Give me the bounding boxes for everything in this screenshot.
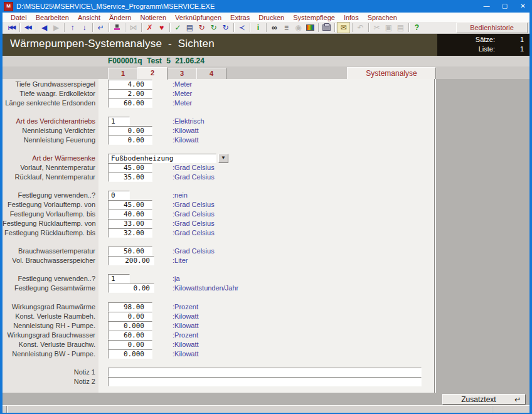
client-area: DateiBearbeitenAnsichtÄndernNotierenVerk…	[3, 13, 529, 411]
delete-icon: ✗	[146, 23, 152, 33]
enter-icon: ↵	[97, 23, 104, 33]
field-rücklauf-nenntemperatur[interactable]: 35.00	[108, 172, 152, 182]
field-notiz-2[interactable]	[108, 377, 422, 386]
toolbar-separator	[233, 23, 234, 32]
field-nennleistung-rh-pumpe[interactable]: 0.000	[108, 321, 152, 331]
menu-notieren[interactable]: Notieren	[136, 14, 171, 21]
info-icon[interactable]: i	[252, 23, 264, 33]
minimize-icon[interactable]: —	[477, 0, 496, 13]
toolbar-separator	[125, 23, 125, 32]
tab-2[interactable]: 2	[137, 67, 168, 80]
search-binoculars-icon[interactable]: ∞	[269, 23, 280, 33]
field-nennleistung-feuerung[interactable]: 0.00	[108, 135, 152, 145]
field-wirkungsgrad-brauchwasser[interactable]: 60.00	[108, 331, 152, 340]
menu-datei[interactable]: Datei	[6, 14, 31, 21]
unit-label: :Meter	[173, 89, 192, 98]
label-nennleistung-bw-pumpe: Nennleistung BW - Pumpe.	[3, 349, 95, 359]
zusatztext-button[interactable]: Zusatztext ↵	[442, 394, 526, 405]
field-notiz-1[interactable]	[108, 368, 422, 377]
menu-systempflege[interactable]: Systempflege	[289, 14, 339, 21]
menu-bearbeiten[interactable]: Bearbeiten	[31, 14, 73, 21]
help-icon[interactable]: ?	[411, 23, 423, 33]
cut-icon[interactable]: ✂	[371, 23, 383, 33]
app-window: M D:\MSEU25\MSERVICE\_MService_Programm\…	[0, 0, 532, 414]
copy-icon[interactable]: ▣	[383, 23, 395, 33]
stamp-icon[interactable]	[111, 23, 123, 33]
confirm-icon[interactable]: ✓	[172, 23, 184, 33]
paste-icon[interactable]: ▤	[395, 23, 407, 33]
menu-ändern[interactable]: Ändern	[105, 14, 136, 21]
field-konst-verluste-brauchw[interactable]: 0.00	[108, 340, 152, 349]
menu-ansicht[interactable]: Ansicht	[73, 14, 105, 21]
field-vorlauf-nenntemperatur[interactable]: 45.00	[108, 163, 152, 172]
menu-drucken[interactable]: Drucken	[254, 14, 289, 21]
form-icon[interactable]: ▤	[184, 23, 196, 33]
field-art-der-wärmesenke[interactable]: Fußbodenheizung	[108, 154, 216, 163]
form-row: Vol. Brauchwasserspeicher200.00:Liter	[3, 256, 442, 265]
field-festlegung-gesamtwärme[interactable]: 0.00	[108, 284, 154, 293]
prev-group-icon[interactable]: ◀◀	[22, 23, 34, 33]
maximize-icon[interactable]: ▢	[496, 0, 514, 13]
eye-icon[interactable]: ◉	[292, 23, 304, 33]
unit-label: :Grad Celsius	[173, 210, 215, 219]
field-festlegung-verwenden[interactable]: 0	[108, 191, 130, 200]
printer-icon[interactable]	[321, 23, 332, 33]
label-tiefe-grundwasserspiegel: Tiefe Grundwasserspiegel	[3, 80, 95, 89]
bedienhistorie-button[interactable]: Bedienhistorie	[456, 23, 528, 33]
refresh-blue-icon[interactable]: ↻	[220, 23, 231, 33]
status-cell-main	[7, 406, 492, 413]
up-icon[interactable]: ↑	[66, 23, 78, 33]
field-brauchwassertemperatur[interactable]: 50.00	[108, 247, 152, 256]
first-record-icon[interactable]: |◀◀	[6, 23, 18, 33]
menu-infos[interactable]: Infos	[339, 14, 363, 21]
unit-label: :Grad Celsius	[173, 247, 215, 256]
chevron-down-icon[interactable]: ▼	[218, 154, 228, 163]
favorite-icon[interactable]: ♥	[156, 23, 168, 33]
screen-header: Wärmepumpen-Systemanalyse - Sichten Sätz…	[3, 34, 529, 56]
list-icon[interactable]: ≡	[280, 23, 292, 33]
prev-record-icon[interactable]: ◀	[38, 23, 50, 33]
field-festlegung-rücklauftemp-von[interactable]: 33.00	[108, 219, 152, 228]
next-record-icon[interactable]: ▶	[50, 23, 62, 33]
tab-3[interactable]: 3	[167, 68, 197, 79]
refresh-green-icon[interactable]: ↻	[208, 23, 220, 33]
mail-icon[interactable]: ✉	[337, 22, 350, 33]
field-nennleistung-bw-pumpe[interactable]: 0.000	[108, 349, 152, 359]
field-tiefe-waagr-erdkollektor[interactable]: 2.00	[108, 89, 152, 98]
field-tiefe-grundwasserspiegel[interactable]: 4.00	[108, 80, 152, 89]
unit-label: :Kilowatt	[173, 126, 199, 135]
label-tiefe-waagr-erdkollektor: Tiefe waagr. Erdkollektor	[3, 89, 95, 98]
unit-label: :Elektrisch	[173, 117, 205, 126]
toolbar: |◀◀◀◀◀▶↑↓↵⋈✗♥✓▤↻↻↻≺i∞≡◉✉↶✂▣▤?Bedienhisto…	[3, 22, 529, 34]
field-festlegung-verwenden[interactable]: 1	[108, 274, 130, 284]
field-vol-brauchwasserspeicher[interactable]: 200.00	[108, 256, 154, 265]
field-länge-senkrechte-erdsonden[interactable]: 60.00	[108, 98, 152, 108]
form-spacer	[3, 108, 442, 117]
link-icon[interactable]: ⋈	[127, 23, 139, 33]
menu-extras[interactable]: Extras	[226, 14, 254, 21]
enter-icon[interactable]: ↵	[95, 23, 107, 33]
field-festlegung-rücklauftemp-bis[interactable]: 32.00	[108, 228, 152, 238]
refresh-red-icon[interactable]: ↻	[196, 23, 208, 33]
palette-icon[interactable]	[304, 23, 316, 33]
field-konst-verluste-raumbeh[interactable]: 0.00	[108, 312, 152, 321]
tab-1[interactable]: 1	[108, 68, 138, 79]
down-icon[interactable]: ↓	[78, 23, 90, 33]
field-festlegung-vorlauftemp-von[interactable]: 45.00	[108, 200, 152, 210]
field-wirkungsgrad-raumwärme[interactable]: 98.00	[108, 302, 152, 312]
branch-icon[interactable]: ≺	[236, 23, 248, 33]
tab-systemanalyse[interactable]: Systemanalyse	[347, 67, 436, 80]
menu-sprachen[interactable]: Sprachen	[363, 14, 402, 21]
field-festlegung-vorlauftemp-bis[interactable]: 40.00	[108, 210, 152, 219]
form-row: Nennleistung BW - Pumpe.0.000:Kilowatt	[3, 349, 442, 359]
unit-label: :Kilowatt	[173, 135, 199, 145]
menu-verknüpfungen[interactable]: Verknüpfungen	[171, 14, 226, 21]
undo-icon[interactable]: ↶	[354, 23, 366, 33]
tab-4[interactable]: 4	[196, 68, 226, 79]
delete-icon[interactable]: ✗	[144, 23, 156, 33]
field-nennleistung-verdichter[interactable]: 0.00	[108, 126, 152, 135]
form-spacer	[3, 238, 442, 247]
close-icon[interactable]: ✕	[514, 0, 532, 13]
label-festlegung-verwenden: Festlegung verwenden..?	[3, 274, 95, 284]
field-art-des-verdichterantriebs[interactable]: 1	[108, 117, 130, 126]
